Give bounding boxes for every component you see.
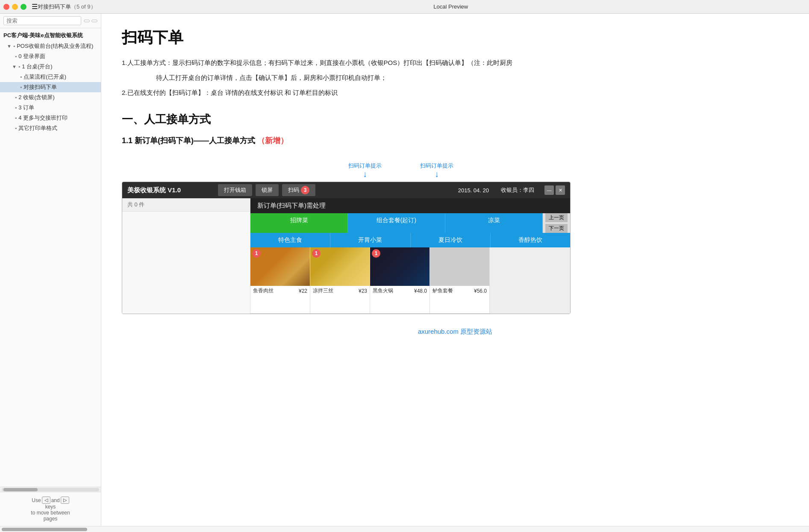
search-input[interactable] (3, 16, 81, 25)
expand-icon (17, 74, 18, 79)
sidebar-item-login[interactable]: ▪ 0 登录界面 (0, 51, 101, 62)
sidebar-root-label[interactable]: PC客户端-美味e点智能收银系统 (0, 30, 101, 41)
sidebar: PC客户端-美味e点智能收银系统 ▼ ▪ POS收银前台(结构及业务流程) ▪ … (0, 14, 101, 526)
pos-menu-panel: 新订单(扫码下单)需处理 招牌菜 组合套餐(起订) 凉菜 上一页 下一页 (250, 198, 570, 314)
pos-header: 美极收银系统 V1.0 打开钱箱 锁屏 扫码 3 2015. 04. 20 收银… (122, 182, 570, 198)
hint-pages: pages (3, 516, 97, 522)
annotation-1: 扫码订单提示 ↓ (348, 162, 382, 178)
item-icon: ▪ (13, 43, 15, 49)
pos-food-luyu[interactable]: 鲈鱼套餐 ¥56.0 (430, 247, 490, 314)
pos-prev-page-button[interactable]: 上一页 (545, 213, 568, 222)
hint-move: to move between (3, 510, 97, 516)
hint-and: and (51, 497, 60, 503)
arrow-down-1: ↓ (363, 170, 367, 178)
section-1-title: 一、人工接单方式 (122, 112, 788, 127)
sidebar-item-label: 其它打印单格式 (18, 124, 57, 132)
scrollbar-thumb-bottom[interactable] (2, 528, 87, 531)
sidebar-search-area (0, 14, 101, 28)
sidebar-item-table[interactable]: ▼ ▪ 1 台桌(开台) (0, 62, 101, 72)
menu-icon[interactable]: ☰ (32, 3, 38, 11)
pos-category-row2: 特色主食 开胃小菜 夏日冷饮 香醇热饮 (250, 233, 570, 247)
nav-next-button[interactable] (91, 20, 97, 22)
food-image-placeholder (430, 247, 489, 286)
pos-scan-button[interactable]: 扫码 3 (282, 184, 315, 196)
food-price-luyu: ¥56.0 (474, 288, 487, 294)
footer: axurehub.com 原型资源站 (122, 328, 788, 336)
main-layout: PC客户端-美味e点智能收银系统 ▼ ▪ POS收银前台(结构及业务流程) ▪ … (0, 14, 809, 526)
topbar: ☰ 对接扫码下单 （5 of 9） Local Preview (0, 0, 809, 14)
expand-icon (12, 126, 13, 131)
food-price-liangban: ¥23 (359, 288, 367, 294)
sidebar-item-pos-root[interactable]: ▼ ▪ POS收银前台(结构及业务流程) (0, 41, 101, 51)
sidebar-item-order-flow[interactable]: ▪ 点菜流程(已开桌) (0, 72, 101, 82)
sidebar-item-print[interactable]: ▪ 其它打印单格式 (0, 123, 101, 133)
pos-cat-cold-drink[interactable]: 夏日冷饮 (411, 233, 491, 247)
hint-use: Use (32, 497, 41, 503)
pos-win-close[interactable]: ✕ (556, 185, 565, 195)
expand-icon (17, 85, 18, 90)
pos-food-grid: 1 鱼香肉丝 ¥22 1 凉拌三丝 ¥23 (250, 247, 570, 314)
food-info-liangban: 凉拌三丝 ¥23 (310, 286, 370, 296)
annotation-2: 扫码订单提示 ↓ (420, 162, 453, 178)
food-info-luyu: 鲈鱼套餐 ¥56.0 (430, 286, 489, 296)
pos-open-drawer-button[interactable]: 打开钱箱 (218, 184, 252, 196)
subsection-title: 1.1 新订单(扫码下单)——人工接单方式 （新增） (122, 135, 788, 146)
pos-window-buttons: — ✕ (544, 185, 565, 195)
arrow-down-2: ↓ (435, 170, 439, 178)
food-badge-heiyu: 1 (372, 249, 380, 258)
expand-icon (12, 54, 13, 59)
sidebar-item-label: 0 登录界面 (18, 53, 45, 60)
sidebar-item-order[interactable]: ▪ 3 订单 (0, 103, 101, 113)
pos-food-liangban[interactable]: 1 凉拌三丝 ¥23 (310, 247, 370, 314)
pos-cat-appetizer[interactable]: 开胃小菜 (330, 233, 410, 247)
sidebar-item-scan-order[interactable]: ▪ 对接扫码下单 (0, 82, 101, 92)
scrollbar-thumb[interactable] (3, 488, 38, 491)
food-badge-liangban: 1 (312, 249, 321, 258)
item-icon: ▪ (20, 84, 22, 90)
item-icon: ▪ (15, 94, 17, 100)
pos-cat-combo[interactable]: 组合套餐(起订) (348, 213, 445, 233)
content-horizontal-scrollbar[interactable] (0, 526, 809, 532)
pos-cat-signature[interactable]: 招牌菜 (250, 213, 348, 233)
pos-food-heiyu[interactable]: 1 黑鱼火锅 ¥48.0 (370, 247, 430, 314)
item-icon: ▪ (15, 53, 17, 59)
page-title: 对接扫码下单 (38, 3, 71, 11)
pos-cat-cold[interactable]: 凉菜 (445, 213, 543, 233)
food-badge-yuexiang: 1 (252, 249, 261, 258)
pos-food-yuexiang[interactable]: 1 鱼香肉丝 ¥22 (250, 247, 310, 314)
footer-link[interactable]: axurehub.com 原型资源站 (418, 328, 492, 335)
close-button[interactable] (3, 4, 9, 10)
pos-next-page-button[interactable]: 下一页 (545, 224, 568, 233)
sidebar-item-label: 4 更多与交接班打印 (18, 114, 68, 122)
expand-icon (12, 95, 13, 100)
item-icon: ▪ (15, 105, 17, 111)
pos-datetime: 2015. 04. 20 (458, 187, 489, 194)
app-title: Local Preview (96, 3, 806, 10)
page-count: （5 of 9） (71, 3, 96, 11)
hint-keys: keys (3, 504, 97, 510)
item-icon: ▪ (20, 74, 22, 80)
pos-cat-hot-drink[interactable]: 香醇热饮 (491, 233, 570, 247)
food-price-heiyu: ¥48.0 (414, 288, 427, 294)
pos-cat-staple[interactable]: 特色主食 (250, 233, 330, 247)
item-icon: ▪ (15, 115, 17, 121)
food-name-yuexiang: 鱼香肉丝 (253, 287, 274, 294)
food-info-heiyu: 黑鱼火锅 ¥48.0 (370, 286, 430, 296)
sidebar-item-cashier[interactable]: ▪ 2 收银(含锁屏) (0, 92, 101, 103)
expand-icon: ▼ (7, 44, 12, 49)
food-name-heiyu: 黑鱼火锅 (373, 287, 393, 294)
minimize-button[interactable] (12, 4, 18, 10)
item-icon: ▪ (15, 125, 17, 131)
content-area: 扫码下单 1.人工接单方式：显示扫码订单的数字和提示信息；有扫码下单过来，则直接… (101, 14, 809, 526)
pos-lock-button[interactable]: 锁屏 (256, 184, 279, 196)
food-info-yuexiang: 鱼香肉丝 ¥22 (250, 286, 310, 296)
pos-scan-label: 扫码 (288, 186, 299, 194)
sidebar-nav-buttons (84, 20, 97, 22)
sidebar-item-more[interactable]: ▪ 4 更多与交接班打印 (0, 113, 101, 123)
sidebar-horizontal-scrollbar[interactable] (0, 487, 101, 492)
nav-prev-button[interactable] (84, 20, 90, 22)
pos-notification: 新订单(扫码下单)需处理 (250, 198, 570, 213)
pos-win-restore[interactable]: — (544, 185, 554, 195)
page-main-title: 扫码下单 (122, 27, 788, 48)
maximize-button[interactable] (21, 4, 26, 10)
